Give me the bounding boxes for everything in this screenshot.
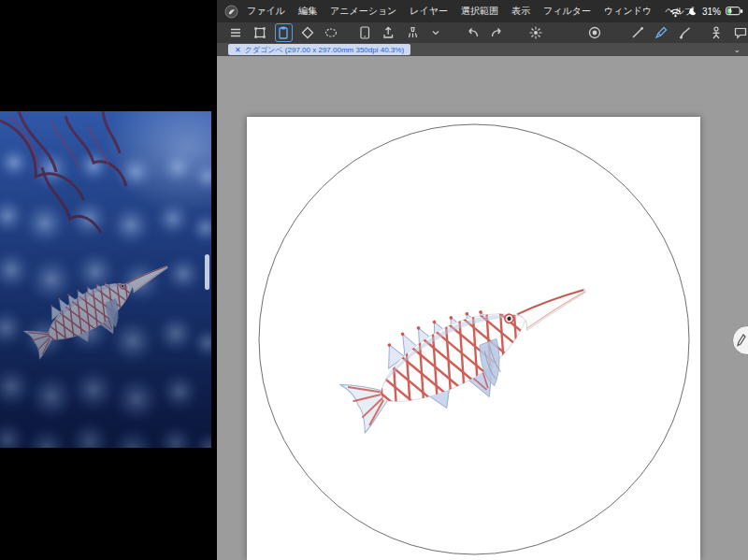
menu-layer[interactable]: レイヤー bbox=[403, 0, 454, 22]
close-tab-icon[interactable]: ✕ bbox=[235, 46, 241, 54]
document-tab-bar: ✕ クダゴンベ (297.00 x 297.00mm 350dpi 40.3%)… bbox=[217, 43, 748, 56]
pen-tool-icon[interactable] bbox=[654, 24, 669, 41]
edge-pencil-icon bbox=[736, 334, 747, 347]
menu-edit[interactable]: 編集 bbox=[292, 0, 324, 22]
color-wheel-icon[interactable] bbox=[587, 24, 603, 41]
figure-tool-icon[interactable] bbox=[709, 24, 725, 41]
menu-selection[interactable]: 選択範囲 bbox=[454, 0, 505, 22]
toolbar bbox=[217, 22, 748, 43]
moon-icon bbox=[687, 7, 698, 17]
menu-filter[interactable]: フィルター bbox=[537, 0, 597, 22]
reference-photo bbox=[0, 111, 211, 448]
battery-percent: 31% bbox=[702, 7, 721, 17]
transform-icon[interactable] bbox=[252, 24, 268, 41]
canvas-page[interactable] bbox=[247, 117, 700, 560]
paint-app-pane: ファイル 編集 アニメーション レイヤー 選択範囲 表示 フィルター ウィンドウ… bbox=[217, 0, 748, 560]
document-tab[interactable]: ✕ クダゴンベ (297.00 x 297.00mm 350dpi 40.3%) bbox=[228, 44, 410, 55]
app-menu-icon[interactable] bbox=[224, 5, 238, 19]
redo-icon[interactable] bbox=[489, 24, 505, 41]
canvas-area bbox=[217, 56, 748, 560]
menu-window[interactable]: ウィンドウ bbox=[597, 0, 658, 22]
artwork-fish bbox=[332, 250, 609, 454]
split-view-handle[interactable] bbox=[205, 254, 209, 290]
airbrush-icon[interactable] bbox=[405, 24, 421, 41]
screen: ファイル 編集 アニメーション レイヤー 選択範囲 表示 フィルター ウィンドウ… bbox=[0, 0, 748, 560]
menu-animation[interactable]: アニメーション bbox=[324, 0, 403, 22]
export-icon[interactable] bbox=[381, 24, 396, 41]
edge-panel-button[interactable] bbox=[732, 325, 748, 355]
brush-tool-icon[interactable] bbox=[678, 24, 694, 41]
tab-list-chevron-icon[interactable]: ⌄ bbox=[733, 43, 741, 56]
undo-icon[interactable] bbox=[466, 24, 482, 41]
chat-icon[interactable] bbox=[733, 24, 748, 41]
menu-view[interactable]: 表示 bbox=[505, 0, 537, 22]
ellipse-select-icon[interactable] bbox=[324, 24, 339, 41]
reference-photo-pane bbox=[0, 0, 217, 560]
filter-icon[interactable] bbox=[528, 24, 544, 41]
device-icon[interactable] bbox=[357, 24, 373, 41]
line-tool-icon[interactable] bbox=[630, 24, 646, 41]
battery-icon bbox=[726, 7, 743, 16]
main-menu-icon[interactable] bbox=[228, 24, 244, 41]
lasso-icon[interactable] bbox=[300, 24, 316, 41]
menu-file[interactable]: ファイル bbox=[240, 0, 292, 22]
menu-bar: ファイル 編集 アニメーション レイヤー 選択範囲 表示 フィルター ウィンドウ… bbox=[217, 0, 748, 22]
document-tab-label: クダゴンベ (297.00 x 297.00mm 350dpi 40.3%) bbox=[245, 45, 404, 55]
chevron-down-icon[interactable] bbox=[428, 24, 444, 41]
status-area: 31% bbox=[669, 0, 743, 22]
paste-icon[interactable] bbox=[276, 24, 292, 41]
wifi-icon bbox=[669, 6, 683, 18]
